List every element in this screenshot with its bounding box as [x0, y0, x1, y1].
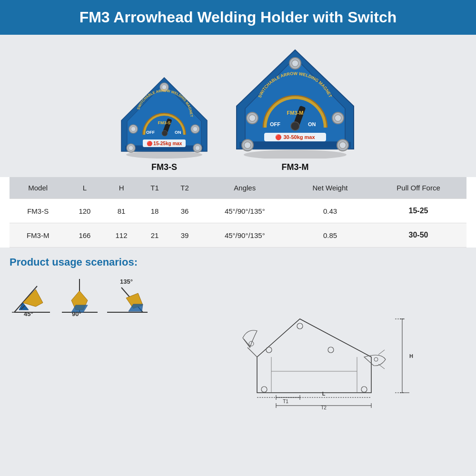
table-cell: 120: [66, 199, 103, 223]
table-cell: 39: [170, 223, 200, 248]
svg-point-7: [193, 127, 198, 131]
table-cell: 15-25: [370, 199, 466, 223]
svg-text:OFF: OFF: [146, 130, 155, 135]
svg-point-5: [131, 127, 136, 131]
svg-point-66: [328, 347, 334, 353]
svg-point-11: [129, 146, 133, 150]
usage-left: Product usage scenarios: 45°: [10, 256, 171, 467]
svg-point-29: [335, 115, 341, 121]
table-cell: 36: [170, 199, 200, 223]
svg-text:🔴 30-50kg max: 🔴 30-50kg max: [275, 134, 315, 140]
svg-text:FM3-M: FM3-M: [287, 110, 304, 116]
table-row: FM3-S12081183645°/90°/135°0.4315-25: [10, 199, 466, 223]
svg-text:L: L: [322, 391, 326, 397]
svg-rect-25: [239, 142, 351, 148]
header-section: FM3 Arrowhead Welding Holder with Switch: [0, 0, 476, 35]
diagram-right: T1 T2 H L: [181, 256, 466, 467]
col-pullforce: Pull Off Force: [370, 177, 466, 199]
bottom-section: Product usage scenarios: 45°: [0, 248, 476, 476]
svg-point-67: [297, 323, 303, 329]
svg-text:135°: 135°: [120, 278, 133, 285]
svg-text:FM3-S: FM3-S: [158, 120, 171, 125]
angle-135-svg: 135°: [105, 274, 152, 317]
products-section: OFF ON FM3-S SWITCHABLE ARROW WELDING MA…: [0, 35, 476, 177]
table-cell: 30-50: [370, 223, 466, 248]
svg-line-72: [378, 350, 385, 355]
product-fm3-m: OFF ON FM3-M SWITCHABLE ARROW WELDING MA…: [231, 44, 359, 172]
svg-point-31: [292, 60, 298, 67]
svg-text:OFF: OFF: [270, 121, 280, 127]
technical-diagram: T1 T2 H L: [233, 314, 414, 409]
angle-45-svg: 45°: [10, 274, 55, 317]
angle-45-container: 45°: [10, 274, 55, 319]
page-title: FM3 Arrowhead Welding Holder with Switch: [14, 9, 462, 26]
usage-title: Product usage scenarios:: [10, 256, 171, 268]
angles-row: 45° 90°: [10, 274, 171, 319]
svg-point-74: [374, 357, 378, 361]
col-h: H: [103, 177, 139, 199]
table-header-row: Model L H T1 T2 Angles Net Weight Pull O…: [10, 177, 466, 199]
svg-marker-59: [129, 304, 143, 311]
svg-text:T2: T2: [321, 405, 327, 409]
svg-text:45°: 45°: [24, 310, 33, 317]
svg-point-39: [291, 122, 299, 130]
col-angles: Angles: [200, 177, 290, 199]
specs-table-section: Model L H T1 T2 Angles Net Weight Pull O…: [0, 177, 476, 248]
col-t1: T1: [140, 177, 170, 199]
table-cell: 18: [140, 199, 170, 223]
table-cell: 45°/90°/135°: [200, 199, 290, 223]
svg-text:H: H: [409, 353, 413, 359]
table-cell: 81: [103, 199, 139, 223]
table-row: FM3-M166112213945°/90°/135°0.8530-50: [10, 223, 466, 248]
fm3-m-label: FM3-M: [282, 162, 309, 172]
table-cell: FM3-M: [10, 223, 66, 248]
col-weight: Net Weight: [290, 177, 370, 199]
svg-point-35: [339, 142, 346, 149]
fm3-s-image: OFF ON FM3-S SWITCHABLE ARROW WELDING MA…: [117, 73, 212, 159]
table-cell: 166: [66, 223, 103, 248]
svg-point-33: [244, 142, 251, 149]
product-fm3-s: OFF ON FM3-S SWITCHABLE ARROW WELDING MA…: [117, 73, 212, 172]
svg-text:T1: T1: [283, 399, 288, 404]
page-wrapper: FM3 Arrowhead Welding Holder with Switch: [0, 0, 476, 476]
svg-point-17: [162, 130, 168, 136]
table-cell: FM3-S: [10, 199, 66, 223]
svg-point-68: [261, 387, 267, 392]
svg-point-27: [249, 115, 256, 121]
svg-text:ON: ON: [175, 130, 181, 135]
angle-90-container: 90°: [60, 274, 100, 319]
svg-text:🔴 15-25kg max: 🔴 15-25kg max: [147, 140, 182, 147]
svg-marker-61: [257, 319, 371, 393]
svg-marker-46: [23, 289, 43, 307]
svg-line-73: [378, 364, 385, 369]
table-cell: 0.43: [290, 199, 370, 223]
col-model: Model: [10, 177, 66, 199]
svg-point-22: [244, 150, 347, 159]
table-cell: 45°/90°/135°: [200, 223, 290, 248]
angle-135-container: 135°: [105, 274, 152, 319]
col-l: L: [66, 177, 103, 199]
svg-line-71: [248, 347, 257, 357]
svg-point-69: [361, 387, 367, 392]
specs-table: Model L H T1 T2 Angles Net Weight Pull O…: [10, 177, 466, 248]
col-t2: T2: [170, 177, 200, 199]
svg-text:ON: ON: [308, 121, 316, 127]
table-cell: 21: [140, 223, 170, 248]
table-cell: 112: [103, 223, 139, 248]
angle-90-svg: 90°: [60, 274, 100, 317]
table-cell: 0.85: [290, 223, 370, 248]
svg-point-65: [266, 347, 272, 353]
fm3-s-label: FM3-S: [151, 162, 177, 172]
svg-text:90°: 90°: [72, 310, 81, 317]
svg-point-0: [126, 151, 202, 159]
fm3-m-image: OFF ON FM3-M SWITCHABLE ARROW WELDING MA…: [231, 44, 359, 159]
svg-point-13: [195, 146, 200, 150]
